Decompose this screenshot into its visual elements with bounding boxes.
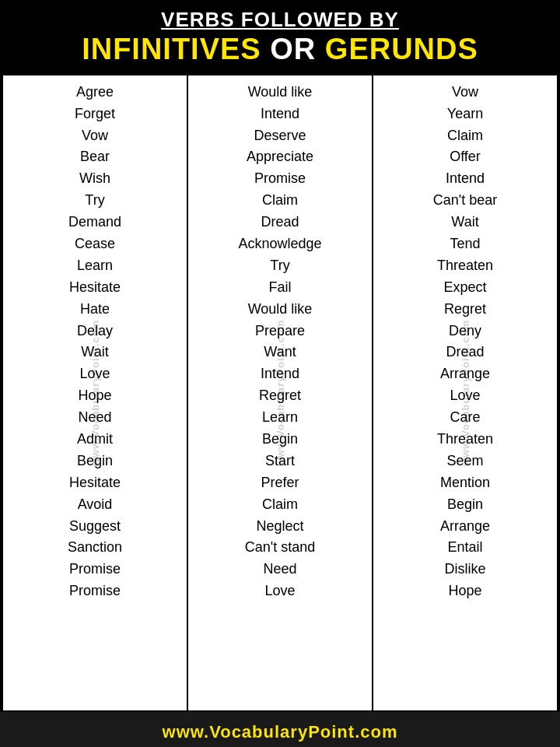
list-item: Need	[78, 407, 111, 429]
list-item: Suggest	[69, 516, 121, 538]
list-item: Would like	[248, 82, 313, 103]
header-infinitives: INFINITIVES	[82, 33, 261, 65]
list-item: Can't bear	[433, 190, 498, 212]
main-content: www.VocabularyPoint.com AgreeForgetVowBe…	[2, 74, 558, 712]
footer-prefix: www.	[163, 722, 210, 742]
list-item: Begin	[77, 451, 113, 472]
list-item: Arrange	[440, 363, 490, 385]
list-item: Can't stand	[245, 537, 316, 559]
list-item: Threaten	[437, 429, 493, 451]
list-item: Hate	[80, 299, 110, 321]
list-item: Hesitate	[69, 472, 121, 494]
list-item: Bear	[80, 146, 110, 168]
list-item: Deny	[449, 321, 481, 342]
list-item: Fail	[268, 277, 291, 299]
list-item: Learn	[77, 255, 113, 277]
footer-brand: VocabularyPoint	[209, 722, 355, 742]
list-item: Want	[264, 342, 296, 363]
list-item: Agree	[76, 82, 114, 103]
list-item: Vow	[452, 82, 478, 103]
header-or: OR	[261, 33, 325, 65]
list-item: Sanction	[68, 537, 122, 559]
list-item: Prefer	[261, 472, 299, 494]
header-line2: INFINITIVES OR GERUNDS	[12, 32, 548, 68]
list-item: Demand	[68, 212, 121, 233]
list-item: Start	[265, 451, 295, 472]
list-item: Prepare	[255, 321, 305, 342]
list-item: Would like	[248, 299, 313, 321]
list-item: Acknowledge	[238, 233, 321, 255]
list-item: Promise	[254, 168, 306, 190]
list-item: Love	[450, 385, 480, 407]
list-item: Claim	[262, 494, 298, 516]
list-item: Love	[79, 363, 110, 385]
column-1: www.VocabularyPoint.com AgreeForgetVowBe…	[3, 75, 188, 710]
list-item: Mention	[440, 472, 490, 494]
list-item: Begin	[447, 494, 483, 516]
list-item: Wish	[79, 168, 110, 190]
list-item: Threaten	[437, 255, 493, 277]
list-item: Promise	[69, 559, 121, 580]
list-item: Love	[264, 580, 295, 602]
list-item: Seem	[446, 451, 483, 472]
list-item: Intend	[261, 363, 299, 385]
list-item: Dislike	[444, 559, 485, 580]
list-item: Regret	[259, 385, 301, 407]
list-item: Intend	[446, 168, 485, 190]
list-item: Expect	[443, 277, 486, 299]
list-item: Wait	[451, 212, 478, 233]
list-item: Tend	[450, 233, 480, 255]
list-item: Wait	[81, 342, 108, 363]
list-item: Vow	[82, 125, 108, 147]
header-gerunds: GERUNDS	[325, 33, 478, 65]
list-item: Begin	[262, 429, 298, 451]
list-item: Delay	[77, 321, 113, 342]
list-item: Hope	[78, 385, 111, 407]
list-item: Forget	[75, 103, 115, 125]
column-2: www.VocabularyPoint.com Would likeIntend…	[188, 75, 373, 710]
header: VERBS FOLLOWED BY INFINITIVES OR GERUNDS	[0, 0, 560, 74]
list-item: Intend	[261, 103, 299, 125]
list-item: Care	[450, 407, 480, 429]
list-item: Need	[263, 559, 296, 580]
list-item: Learn	[262, 407, 298, 429]
list-item: Avoid	[78, 494, 113, 516]
list-item: Offer	[450, 146, 481, 168]
header-line1: VERBS FOLLOWED BY	[12, 8, 548, 32]
list-item: Try	[85, 190, 104, 212]
column-3: www.VocabularyPoint.com VowYearnClaimOff…	[373, 75, 557, 710]
list-item: Dread	[261, 212, 299, 233]
list-item: Regret	[444, 299, 486, 321]
footer: www.VocabularyPoint.com	[0, 712, 560, 747]
list-item: Yearn	[447, 103, 483, 125]
footer-suffix: .com	[355, 722, 397, 742]
list-item: Try	[270, 255, 289, 277]
list-item: Arrange	[440, 516, 490, 538]
list-item: Claim	[447, 125, 483, 147]
footer-url: www.VocabularyPoint.com	[163, 722, 398, 742]
list-item: Cease	[75, 233, 115, 255]
list-item: Hesitate	[69, 277, 121, 299]
list-item: Claim	[262, 190, 298, 212]
list-item: Dread	[446, 342, 484, 363]
list-item: Deserve	[254, 125, 306, 147]
list-item: Neglect	[256, 516, 303, 538]
list-item: Appreciate	[247, 146, 313, 168]
list-item: Entail	[447, 537, 482, 559]
list-item: Hope	[448, 580, 481, 602]
list-item: Admit	[77, 429, 113, 451]
list-item: Promise	[69, 580, 121, 602]
